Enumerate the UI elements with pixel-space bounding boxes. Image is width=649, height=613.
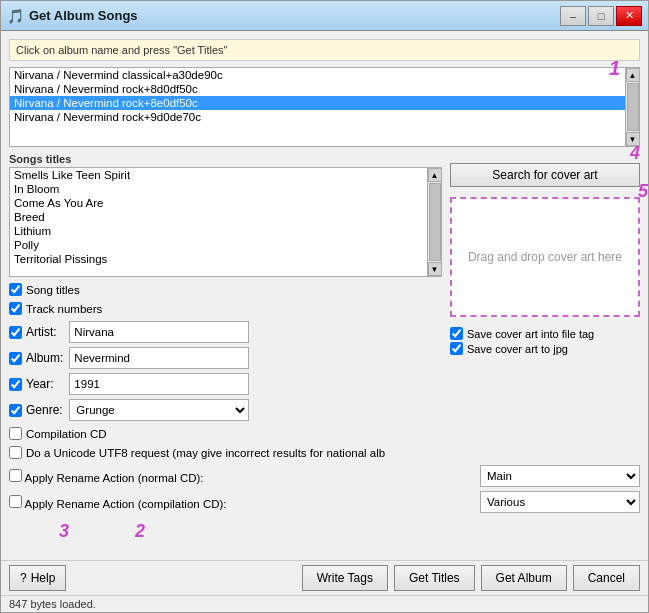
year-field-label: Year:	[9, 377, 63, 391]
scroll-thumb[interactable]	[429, 183, 441, 261]
genre-field-label: Genre:	[9, 403, 63, 417]
album-listbox[interactable]: Nirvana / Nevermind classical+a30de90c N…	[9, 67, 640, 147]
title-bar: 🎵 Get Album Songs – □ ✕	[1, 1, 648, 31]
year-input[interactable]	[69, 373, 249, 395]
rename-normal-label: Apply Rename Action (normal CD):	[9, 469, 472, 484]
left-panel: Songs titles Smells Like Teen Spirit In …	[9, 153, 442, 459]
save-cover-jpg-label[interactable]: Save cover art to jpg	[450, 342, 640, 355]
bottom-buttons-container: 3 2	[9, 519, 640, 544]
status-text: 847 bytes loaded.	[9, 598, 96, 610]
list-item[interactable]: Nirvana / Nevermind rock+8d0df50c	[10, 82, 625, 96]
save-cover-tag-checkbox[interactable]	[450, 327, 463, 340]
number-badge-3: 3	[59, 521, 69, 542]
year-checkbox[interactable]	[9, 378, 22, 391]
scroll-down-arrow[interactable]: ▼	[428, 262, 442, 276]
search-cover-button[interactable]: Search for cover art	[450, 163, 640, 187]
list-item[interactable]: Breed	[10, 210, 427, 224]
song-titles-checkbox-label[interactable]: Song titles	[9, 283, 80, 296]
save-cover-tag-text: Save cover art into file tag	[467, 328, 594, 340]
album-label: Album:	[26, 351, 63, 365]
minimize-button[interactable]: –	[560, 6, 586, 26]
album-field-label: Album:	[9, 351, 63, 365]
genre-select[interactable]: Grunge Rock Alternative	[69, 399, 249, 421]
main-window: 🎵 Get Album Songs – □ ✕ Click on album n…	[0, 0, 649, 613]
cancel-button[interactable]: Cancel	[573, 565, 640, 591]
compilation-checkbox[interactable]	[9, 427, 22, 440]
album-list-container: Nirvana / Nevermind classical+a30de90c N…	[9, 67, 640, 147]
songs-label: Songs titles	[9, 153, 442, 165]
write-tags-button[interactable]: Write Tags	[302, 565, 388, 591]
unicode-checkbox-label[interactable]: Do a Unicode UTF8 request (may give inco…	[9, 446, 442, 459]
window-title: Get Album Songs	[29, 8, 138, 23]
unicode-checkbox[interactable]	[9, 446, 22, 459]
album-list-inner: Nirvana / Nevermind classical+a30de90c N…	[10, 68, 625, 146]
compilation-checkbox-label[interactable]: Compilation CD	[9, 427, 442, 440]
number-badge-2: 2	[135, 521, 145, 542]
scroll-up-arrow[interactable]: ▲	[428, 168, 442, 182]
list-item[interactable]: Lithium	[10, 224, 427, 238]
help-label: Help	[31, 571, 56, 585]
help-icon: ?	[20, 571, 27, 585]
save-cover-jpg-checkbox[interactable]	[450, 342, 463, 355]
songs-section: Songs titles Smells Like Teen Spirit In …	[9, 153, 442, 277]
status-bar: 847 bytes loaded.	[1, 595, 648, 612]
rename-normal-checkbox[interactable]	[9, 469, 22, 482]
list-item[interactable]: Polly	[10, 238, 427, 252]
save-cover-jpg-text: Save cover art to jpg	[467, 343, 568, 355]
fields-grid: Artist: Album: Year: Ge	[9, 321, 442, 421]
track-numbers-checkbox-label[interactable]: Track numbers	[9, 302, 442, 315]
app-icon: 🎵	[7, 8, 23, 24]
songs-scrollbar[interactable]: ▲ ▼	[427, 168, 441, 276]
drag-drop-text: Drag and drop cover art here	[468, 250, 622, 264]
close-button[interactable]: ✕	[616, 6, 642, 26]
artist-checkbox[interactable]	[9, 326, 22, 339]
track-numbers-label: Track numbers	[26, 303, 102, 315]
get-album-button[interactable]: Get Album	[481, 565, 567, 591]
track-numbers-checkbox[interactable]	[9, 302, 22, 315]
scroll-thumb[interactable]	[627, 83, 639, 131]
rename-compilation-row: Apply Rename Action (compilation CD): Va…	[9, 491, 640, 513]
album-scrollbar[interactable]: ▲ ▼	[625, 68, 639, 146]
list-item[interactable]: Nirvana / Nevermind classical+a30de90c	[10, 68, 625, 82]
song-titles-label: Song titles	[26, 284, 80, 296]
get-titles-button[interactable]: Get Titles	[394, 565, 475, 591]
help-button[interactable]: ? Help	[9, 565, 66, 591]
list-item[interactable]: Nirvana / Nevermind rock+9d0de70c	[10, 110, 625, 124]
song-titles-checkbox[interactable]	[9, 283, 22, 296]
year-label: Year:	[26, 377, 54, 391]
rename-compilation-label: Apply Rename Action (compilation CD):	[9, 495, 472, 510]
cover-art-dropzone[interactable]: Drag and drop cover art here	[450, 197, 640, 317]
list-item[interactable]: Smells Like Teen Spirit	[10, 168, 427, 182]
album-input[interactable]	[69, 347, 249, 369]
number-badge-4: 4	[630, 143, 640, 164]
genre-label: Genre:	[26, 403, 63, 417]
list-item[interactable]: Come As You Are	[10, 196, 427, 210]
artist-input[interactable]	[69, 321, 249, 343]
number-badge-1: 1	[609, 57, 620, 80]
list-item[interactable]: In Bloom	[10, 182, 427, 196]
rename-compilation-checkbox[interactable]	[9, 495, 22, 508]
scroll-up-arrow[interactable]: ▲	[626, 68, 640, 82]
album-checkbox[interactable]	[9, 352, 22, 365]
rename-normal-select[interactable]: Main Alternative Custom	[480, 465, 640, 487]
maximize-button[interactable]: □	[588, 6, 614, 26]
info-bar: Click on album name and press "Get Title…	[9, 39, 640, 61]
info-text: Click on album name and press "Get Title…	[16, 44, 227, 56]
rename-compilation-select[interactable]: Various Alternative Custom	[480, 491, 640, 513]
songs-listbox[interactable]: Smells Like Teen Spirit In Bloom Come As…	[9, 167, 442, 277]
compilation-label: Compilation CD	[26, 428, 107, 440]
rename-normal-text: Apply Rename Action (normal CD):	[25, 472, 204, 484]
genre-checkbox[interactable]	[9, 404, 22, 417]
middle-section: Songs titles Smells Like Teen Spirit In …	[9, 153, 640, 459]
rename-compilation-text: Apply Rename Action (compilation CD):	[25, 498, 227, 510]
bottom-bar: ? Help Write Tags Get Titles Get Album C…	[1, 560, 648, 595]
artist-label: Artist:	[26, 325, 57, 339]
list-item[interactable]: Territorial Pissings	[10, 252, 427, 266]
list-item-selected[interactable]: Nirvana / Nevermind rock+8e0df50c	[10, 96, 625, 110]
unicode-label: Do a Unicode UTF8 request (may give inco…	[26, 447, 385, 459]
checkbox-group-2: Track numbers	[9, 302, 442, 315]
save-options: Save cover art into file tag Save cover …	[450, 327, 640, 355]
title-bar-buttons: – □ ✕	[560, 6, 642, 26]
save-cover-tag-label[interactable]: Save cover art into file tag	[450, 327, 640, 340]
title-bar-left: 🎵 Get Album Songs	[7, 8, 138, 24]
